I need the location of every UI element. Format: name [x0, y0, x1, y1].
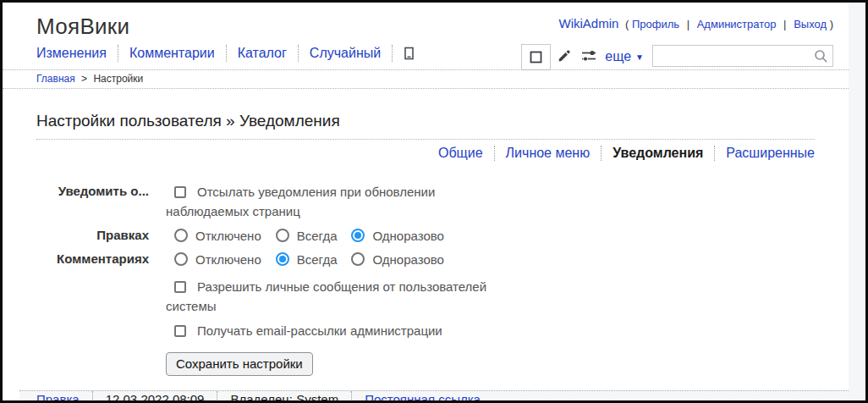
breadcrumb-current: Настройки — [93, 73, 143, 85]
divider — [351, 391, 352, 403]
divider — [714, 146, 715, 161]
edit-pencil-icon[interactable] — [551, 43, 576, 69]
search-box — [652, 45, 833, 67]
checkbox-label[interactable]: Разрешить личные сообщения от пользовате… — [166, 279, 486, 313]
scrollbar[interactable] — [849, 3, 865, 400]
form-row-comments: Комментариях Отключено Всегда Однораз — [36, 250, 815, 269]
pipe-separator: | — [783, 18, 786, 30]
browser-viewport: МояВики WikiAdmin ( Профиль | Администра… — [0, 0, 868, 403]
radio-label: Одноразово — [372, 250, 443, 269]
field-label — [36, 321, 166, 340]
watched-pages-checkbox[interactable] — [174, 186, 186, 198]
field-label: Комментариях — [36, 250, 166, 269]
filters-sliders-icon[interactable] — [576, 43, 602, 69]
content-area: Настройки пользователя » Уведомления Общ… — [3, 89, 849, 380]
last-modified-timestamp: 12.03.2022 08:09 — [106, 392, 205, 403]
page-title: Настройки пользователя » Уведомления — [36, 112, 815, 140]
tab-advanced[interactable]: Расширенные — [726, 146, 815, 161]
radio-option-always[interactable]: Всегда — [276, 226, 338, 246]
permalink-link[interactable]: Постоянная ссылка — [365, 392, 481, 403]
field-label — [36, 345, 166, 376]
radio-button-selected[interactable] — [276, 252, 289, 266]
email-digest-option: Получать email-рассылки администрации — [166, 321, 499, 340]
breadcrumb-separator: > — [81, 73, 87, 85]
divider — [298, 45, 299, 62]
radio-label: Одноразово — [372, 226, 443, 246]
pipe-separator: | — [687, 18, 689, 30]
form-row-private-messages: Разрешить личные сообщения от пользовате… — [36, 277, 815, 317]
main-nav: Изменения Комментарии Каталог Случайный — [36, 45, 415, 69]
private-messages-checkbox[interactable] — [174, 281, 186, 293]
tab-general[interactable]: Общие — [438, 146, 483, 161]
checkbox-label[interactable]: Отсылать уведомления при обновлении набл… — [166, 185, 435, 218]
more-menu-button[interactable]: еще ▼ — [605, 49, 644, 64]
divider — [601, 146, 602, 161]
radio-option-always[interactable]: Всегда — [276, 250, 338, 269]
checkbox-label[interactable]: Получать email-рассылки администрации — [197, 323, 442, 338]
form-row-email-digest: Получать email-рассылки администрации — [36, 321, 815, 340]
radio-button[interactable] — [174, 229, 188, 242]
tab-personal-menu[interactable]: Личное меню — [506, 146, 591, 161]
breadcrumb: Главная > Настройки — [3, 69, 849, 89]
form-row-submit: Сохранить настройки — [36, 345, 815, 376]
top-bar: МояВики WikiAdmin ( Профиль | Администра… — [3, 3, 849, 40]
user-bar: WikiAdmin ( Профиль | Администратор | Вы… — [558, 14, 833, 30]
edit-page-link[interactable]: Правка — [36, 392, 80, 403]
radio-label: Отключено — [195, 226, 261, 246]
chevron-down-icon: ▼ — [635, 52, 644, 62]
divider — [392, 45, 393, 62]
admin-link[interactable]: Администратор — [697, 18, 777, 30]
divider — [217, 391, 217, 403]
nav-toolbar-row: Изменения Комментарии Каталог Случайный — [3, 43, 849, 69]
user-links-close-paren: ) — [830, 18, 833, 30]
radio-label: Всегда — [297, 226, 338, 246]
notifications-form: Уведомить о... Отсылать уведомления при … — [36, 182, 815, 376]
nav-random-link[interactable]: Случайный — [310, 46, 381, 61]
tab-notifications[interactable]: Уведомления — [613, 146, 703, 161]
search-icon[interactable] — [814, 49, 828, 63]
more-menu-label: еще — [605, 49, 631, 64]
nav-changes-link[interactable]: Изменения — [36, 46, 107, 61]
radio-label: Отключено — [195, 250, 261, 269]
divider — [226, 45, 227, 62]
field-label — [36, 277, 166, 317]
divider — [118, 45, 118, 62]
radio-option-once[interactable]: Одноразово — [351, 250, 443, 269]
field-label: Уведомить о... — [36, 182, 166, 222]
divider — [494, 146, 495, 161]
radio-button[interactable] — [351, 252, 365, 266]
radio-button-selected[interactable] — [351, 229, 365, 242]
radio-option-once[interactable]: Одноразово — [351, 226, 443, 246]
nav-comments-link[interactable]: Комментарии — [129, 46, 215, 61]
comments-radio-group: Отключено Всегда Одноразово — [166, 250, 499, 269]
radio-label: Всегда — [297, 250, 338, 269]
form-row-notify-about: Уведомить о... Отсылать уведомления при … — [36, 182, 815, 222]
bookmark-icon[interactable] — [404, 47, 415, 61]
field-label: Правках — [36, 226, 166, 246]
email-digest-checkbox[interactable] — [174, 325, 186, 337]
page-meta-bar: Правка 12.03.2022 08:09 Владелец: System… — [19, 390, 849, 403]
settings-tabs: Общие Личное меню Уведомления Расширенны… — [36, 146, 815, 161]
divider — [92, 391, 93, 403]
wiki-page: МояВики WikiAdmin ( Профиль | Администра… — [3, 3, 849, 400]
owner-label: Владелец: System — [230, 392, 338, 403]
page-icon — [530, 51, 542, 63]
form-row-edits: Правках Отключено Всегда Одноразово — [36, 226, 815, 246]
profile-link[interactable]: Профиль — [632, 18, 679, 30]
user-links-open-paren: ( — [625, 18, 629, 30]
search-input[interactable] — [652, 45, 833, 67]
radio-option-off[interactable]: Отключено — [174, 226, 261, 246]
radio-option-off[interactable]: Отключено — [174, 250, 261, 269]
logout-link[interactable]: Выход — [794, 18, 827, 30]
radio-button[interactable] — [174, 252, 188, 266]
save-settings-button[interactable]: Сохранить настройки — [166, 352, 313, 376]
private-messages-option: Разрешить личные сообщения от пользовате… — [166, 277, 499, 317]
user-name-link[interactable]: WikiAdmin — [558, 16, 618, 30]
watched-pages-option: Отсылать уведомления при обновлении набл… — [166, 182, 499, 222]
breadcrumb-home-link[interactable]: Главная — [36, 73, 75, 85]
nav-catalog-link[interactable]: Каталог — [238, 46, 287, 61]
radio-button[interactable] — [276, 229, 289, 242]
site-title: МояВики — [36, 14, 129, 40]
page-view-button[interactable] — [521, 44, 551, 70]
page-toolbar: еще ▼ — [521, 43, 833, 69]
